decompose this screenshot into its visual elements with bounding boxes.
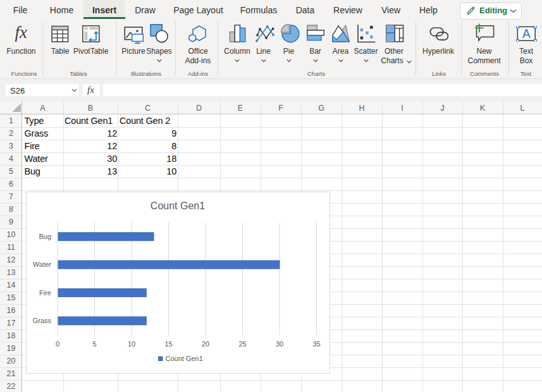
svg-text:Bug: Bug [39,233,51,240]
svg-text:15: 15 [164,340,172,348]
svg-text:30: 30 [276,340,283,348]
svg-text:Water: Water [33,260,51,268]
svg-text:A: A [522,27,531,40]
svg-text:5: 5 [92,340,96,348]
svg-text:Count Gen1: Count Gen1 [166,355,203,362]
svg-text:35: 35 [312,340,320,348]
svg-text:10: 10 [128,340,135,348]
svg-text:20: 20 [202,340,209,348]
svg-text:Fire: Fire [39,289,51,297]
svg-text:25: 25 [238,340,246,348]
svg-text:Count Gen1: Count Gen1 [151,200,205,211]
svg-text:Grass: Grass [33,317,52,324]
svg-text:0: 0 [56,340,59,348]
